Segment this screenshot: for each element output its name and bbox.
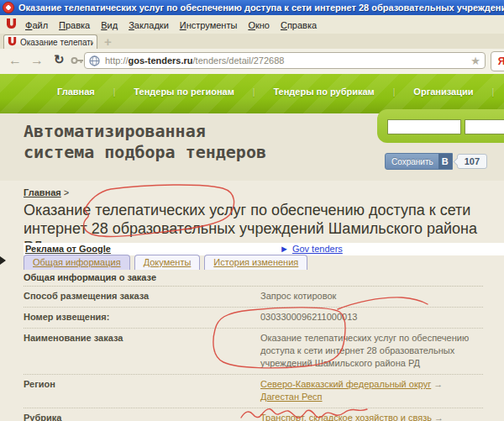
reload-button[interactable]: ↻ [54, 51, 65, 68]
row-value: Запрос котировок [260, 290, 483, 303]
row-label: Наименование заказа [24, 332, 260, 370]
table-row: РубрикаТранспорт, складское хозяйство и … [24, 408, 483, 421]
row-value: Оказание телепатических услуг по обеспеч… [260, 332, 483, 370]
menu-items: ФайлПравкаВидЗакладкиИнструментыОкноСпра… [25, 17, 328, 32]
nav-item[interactable]: Тендеры по регионам [134, 87, 234, 97]
new-tab-button[interactable]: + [104, 35, 112, 48]
page-tab[interactable]: Документы [134, 255, 201, 270]
browser-tab[interactable]: Оказание телепатичес... [3, 34, 97, 49]
nav-item[interactable]: Организации [413, 87, 473, 97]
value-link[interactable]: Дагестан Респ [260, 392, 323, 402]
page-tab[interactable]: Общая информация [24, 255, 130, 270]
tab-favicon [8, 37, 17, 47]
window-title: Оказание телепатических услуг по обеспеч… [18, 3, 504, 13]
address-bar: ← → ↻ http://gos-tenders.ru/tenders/deta… [0, 49, 504, 74]
row-label: Рубрика [24, 412, 260, 421]
gov-tenders-link-wrap: ►Gov tenders [280, 244, 343, 254]
table-row: Наименование заказаОказание телепатическ… [24, 329, 483, 375]
value-link[interactable]: Транспорт, складское хозяйство и связь [260, 413, 432, 421]
row-label: Регион [24, 378, 260, 403]
play-arrow-icon: ► [280, 244, 289, 254]
forward-button[interactable]: → [30, 52, 44, 69]
vk-icon: В [438, 154, 452, 169]
menu-item[interactable]: Вид [101, 20, 118, 30]
section-title: Общая информация о заказе [24, 271, 483, 287]
vk-share-widget: Сохранить В 107 [385, 153, 487, 170]
page-tabs: Общая информацияДокументыИстория изменен… [24, 255, 312, 271]
bookmark-star-icon[interactable]: ★ [470, 55, 480, 66]
back-button[interactable]: ← [8, 52, 22, 69]
nav-item[interactable]: Тендеры по рубрикам [273, 87, 374, 97]
globe-icon [89, 55, 100, 66]
link-arrow: → [432, 413, 444, 421]
site-nav: Главная|Тендеры по регионам|Тендеры по р… [0, 74, 504, 113]
table-row: Способ размещения заказаЗапрос котировок [24, 287, 483, 308]
nav-separator: | [393, 87, 396, 97]
nav-separator: | [113, 87, 116, 97]
menu-item[interactable]: Справка [281, 20, 317, 30]
row-label: Способ размещения заказа [24, 290, 260, 303]
google-ads-label[interactable]: Реклама от Google [25, 244, 111, 254]
ad-band: Реклама от Google ►Gov tenders [24, 243, 504, 255]
breadcrumb-home-link[interactable]: Главная [24, 187, 61, 197]
ad-arrow-icon [0, 256, 6, 265]
menu-item[interactable]: Закладки [129, 20, 169, 30]
browser-logo-icon [6, 18, 17, 30]
menu-bar: ФайлПравкаВидЗакладкиИнструментыОкноСпра… [0, 15, 504, 34]
menu-item[interactable]: Инструменты [180, 20, 238, 30]
browser-tabstrip: Оказание телепатичес... + [0, 34, 504, 50]
table-row: РегионСеверо-Кавказский федеральный окру… [24, 375, 483, 408]
gov-tenders-link[interactable]: Gov tenders [292, 244, 343, 254]
search-input-1[interactable] [387, 119, 461, 134]
key-icon[interactable] [71, 55, 84, 66]
search-panel [377, 109, 504, 143]
menu-item[interactable]: Окно [248, 20, 270, 30]
menu-item[interactable]: Файл [25, 20, 48, 30]
vk-share-count: 107 [457, 154, 487, 169]
site-logo: Автоматизированная система подбора тенде… [24, 121, 266, 163]
row-label: Номер извещения: [24, 311, 260, 324]
breadcrumb: Главная > [24, 187, 69, 197]
window-titlebar: Оказание телепатических услуг по обеспеч… [0, 0, 504, 15]
main-content: Главная > Оказание телепатических услуг … [0, 181, 504, 421]
nav-separator: | [253, 87, 255, 97]
vk-save-button[interactable]: Сохранить В [385, 153, 453, 170]
url-field[interactable]: http://gos-tenders.ru/tenders/detail/272… [84, 52, 486, 69]
value-link[interactable]: Северо-Кавказский федеральный округ [260, 379, 431, 389]
table-row: Номер извещения:0303300096211000013 [24, 308, 483, 329]
menu-item[interactable]: Правка [59, 20, 90, 30]
url-text: http://gos-tenders.ru/tenders/detail/272… [105, 55, 470, 66]
row-value: Транспорт, складское хозяйство и связь →… [260, 412, 483, 421]
page-tab[interactable]: История изменения [204, 255, 307, 270]
yandex-button[interactable]: Я [491, 51, 504, 71]
row-value: 0303300096211000013 [260, 311, 483, 324]
nav-separator: | [491, 87, 494, 97]
search-input-2[interactable] [465, 119, 504, 134]
row-value: Северо-Кавказский федеральный округ → Да… [260, 378, 483, 403]
details-table: Способ размещения заказаЗапрос котировок… [24, 287, 483, 421]
link-arrow: → [431, 379, 443, 389]
nav-item[interactable]: Главная [57, 87, 95, 97]
browser-tab-title: Оказание телепатичес... [20, 38, 93, 47]
browser-app-icon [3, 2, 14, 13]
